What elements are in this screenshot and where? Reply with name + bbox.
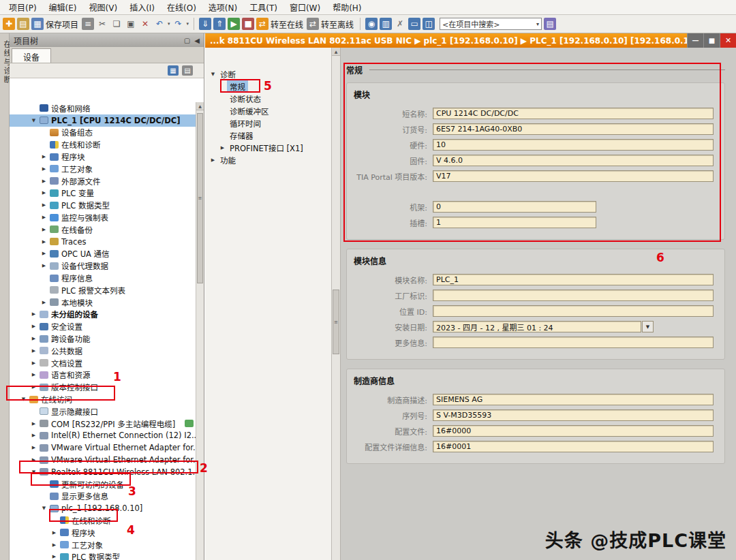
- expander-icon[interactable]: ▶: [29, 445, 38, 450]
- maximize-window-button[interactable]: ▭: [408, 18, 420, 30]
- expander-icon[interactable]: ▶: [29, 336, 38, 341]
- expander-icon[interactable]: ▶: [29, 348, 38, 354]
- tree-item[interactable]: ▶PLC 数据类型: [10, 550, 196, 560]
- menu-item[interactable]: 选项(N): [202, 0, 243, 14]
- field-value[interactable]: 6ES7 214-1AG40-0XB0: [433, 123, 714, 135]
- dropdown-icon[interactable]: ▾: [168, 21, 170, 27]
- menu-item[interactable]: 帮助(H): [326, 0, 367, 14]
- minimize-button[interactable]: —: [687, 33, 703, 48]
- cross-reference-button[interactable]: ▥: [380, 18, 392, 30]
- field-value[interactable]: [433, 290, 714, 301]
- tree-item[interactable]: ▶文档设置: [10, 357, 196, 369]
- date-dropdown-button[interactable]: ▼: [642, 321, 654, 332]
- expander-icon[interactable]: ▶: [218, 145, 227, 151]
- field-value[interactable]: V 4.6.0: [433, 155, 714, 166]
- open-editors-icon[interactable]: ▤: [182, 65, 193, 76]
- tree-item[interactable]: 设备和网络: [10, 102, 196, 114]
- tree-item[interactable]: ▶外部源文件: [10, 175, 196, 187]
- field-value[interactable]: 2023 - 四月 - 12 , 星期三 01 : 24: [433, 321, 641, 332]
- scroll-up-icon[interactable]: ▲: [196, 102, 204, 110]
- field-value[interactable]: [433, 337, 714, 348]
- redo-button[interactable]: ↷▾: [172, 18, 189, 30]
- tree-item[interactable]: 在线和诊断: [10, 138, 196, 151]
- collapse-panel-icon[interactable]: ◀: [194, 37, 200, 44]
- tree-item[interactable]: ▶PLC 变量: [10, 187, 196, 200]
- expander-icon[interactable]: ▶: [29, 324, 38, 329]
- expander-icon[interactable]: ▼: [19, 396, 28, 402]
- expander-icon[interactable]: ▶: [40, 263, 48, 268]
- menu-item[interactable]: 在线(O): [161, 0, 202, 14]
- tree-item[interactable]: ▶在线备份: [10, 223, 196, 236]
- scrollbar-thumb[interactable]: ≡: [197, 113, 203, 283]
- expander-icon[interactable]: ▶: [40, 215, 48, 220]
- go-online-button[interactable]: ⇄转至在线: [256, 18, 305, 30]
- pin-panel-icon[interactable]: ▢: [184, 37, 190, 44]
- tree-item[interactable]: ▶VMware Virtual Ethernet Adapter for...: [10, 454, 196, 466]
- download-to-device-button[interactable]: ⇓: [199, 18, 211, 30]
- expander-icon[interactable]: ▼: [29, 118, 38, 123]
- tree-item[interactable]: ▶Traces: [10, 236, 196, 248]
- tree-item[interactable]: ▶COM [RS232/PPI 多主站编程电缆]: [10, 418, 196, 430]
- tree-item[interactable]: ▼Realtek 8811CU Wireless LAN 802.1...: [10, 466, 196, 478]
- print-button[interactable]: ≡: [82, 18, 94, 30]
- expander-icon[interactable]: ▶: [29, 433, 38, 438]
- start-search-button[interactable]: ▤: [544, 18, 556, 30]
- copy-button[interactable]: ❏: [110, 18, 123, 30]
- tree-item[interactable]: ▶安全设置: [10, 320, 196, 332]
- expander-icon[interactable]: ▼: [29, 469, 38, 475]
- tree-item[interactable]: 显示隐藏接口: [10, 405, 196, 418]
- tree-item[interactable]: ▶程序块: [10, 151, 196, 163]
- expander-icon[interactable]: ▼: [209, 72, 217, 77]
- tree-item[interactable]: ▶PLC 数据类型: [10, 199, 196, 211]
- diag-nav-item[interactable]: ▶PROFINET接口 [X1]: [205, 142, 331, 154]
- expander-icon[interactable]: ▶: [40, 190, 48, 196]
- tree-item[interactable]: ▶Intel(R) Ethernet Connection (12) I2...: [10, 430, 196, 442]
- tree-item[interactable]: ▶监控与强制表: [10, 211, 196, 223]
- stop-cpu-button[interactable]: ■: [242, 18, 254, 30]
- expander-icon[interactable]: ▶: [40, 251, 48, 256]
- expander-icon[interactable]: ▶: [29, 457, 38, 463]
- search-dropdown-icon[interactable]: ▾: [536, 21, 539, 27]
- tree-item[interactable]: 设备组态: [10, 127, 196, 139]
- new-project-button[interactable]: ✚: [3, 18, 15, 30]
- expander-icon[interactable]: ▶: [29, 311, 38, 317]
- dropdown-icon[interactable]: ▾: [187, 21, 189, 27]
- tree-item[interactable]: ▶工艺对象: [10, 539, 196, 551]
- tree-item[interactable]: 程序信息: [10, 272, 196, 284]
- upload-from-device-button[interactable]: ⇑: [213, 18, 226, 30]
- scroll-up-icon[interactable]: ▲: [332, 48, 340, 56]
- close-button[interactable]: ✕: [720, 33, 736, 48]
- paste-button[interactable]: ▣: [125, 18, 137, 30]
- expander-icon[interactable]: ▶: [50, 530, 59, 535]
- expander-icon[interactable]: ▶: [40, 154, 48, 159]
- tree-item[interactable]: ▼plc_1 [192.168.0.10]: [10, 502, 196, 514]
- field-value[interactable]: 10: [433, 139, 714, 151]
- field-value[interactable]: CPU 1214C DC/DC/DC: [433, 108, 714, 119]
- tree-item[interactable]: ▶工艺对象: [10, 163, 196, 175]
- tree-item[interactable]: ▼PLC_1 [CPU 1214C DC/DC/DC]: [10, 114, 196, 127]
- expander-icon[interactable]: ▶: [40, 300, 48, 305]
- tree-item[interactable]: ▶跨设备功能: [10, 332, 196, 345]
- menu-item[interactable]: 插入(I): [123, 0, 161, 14]
- diag-nav-item[interactable]: 诊断状态: [205, 93, 331, 105]
- field-value[interactable]: 16#0001: [433, 441, 714, 452]
- field-value[interactable]: S V-M3D35593: [433, 409, 714, 421]
- field-value[interactable]: SIEMENS AG: [433, 394, 714, 405]
- tree-item[interactable]: ▶程序块: [10, 527, 196, 539]
- start-cpu-button[interactable]: ▶: [228, 18, 240, 30]
- field-value[interactable]: V17: [433, 170, 714, 182]
- tree-item[interactable]: 在线和诊断: [10, 514, 196, 527]
- diag-nav-item[interactable]: ▶功能: [205, 154, 331, 166]
- tree-item[interactable]: ▶设备代理数据: [10, 260, 196, 272]
- save-project-button[interactable]: ▦保存项目: [31, 18, 80, 30]
- expander-icon[interactable]: ▼: [40, 505, 48, 511]
- field-value[interactable]: PLC_1: [433, 274, 714, 285]
- cut-button[interactable]: ✂: [96, 18, 108, 30]
- diagnostics-scrollbar[interactable]: ▲ ≡: [332, 48, 341, 560]
- expander-icon[interactable]: ▶: [40, 178, 48, 184]
- tree-item[interactable]: ▶版本控制接口: [10, 381, 196, 393]
- tree-item[interactable]: ▼在线访问: [10, 393, 196, 405]
- expander-icon[interactable]: ▶: [40, 202, 48, 208]
- tree-item[interactable]: ▶公共数据: [10, 345, 196, 357]
- expander-icon[interactable]: ▶: [40, 227, 48, 232]
